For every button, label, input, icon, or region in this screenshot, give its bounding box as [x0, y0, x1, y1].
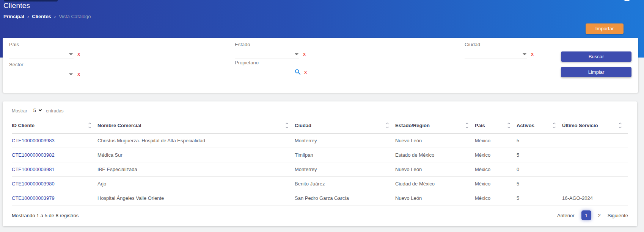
cell-nombre-comercial: Médica Sur — [97, 148, 295, 162]
cell-nombre-comercial: IBE Especializada — [97, 162, 295, 176]
client-id-link[interactable]: CTE100000003980 — [12, 176, 97, 191]
cell-estado-region: Nuevo León — [395, 191, 475, 205]
pagination-page-2[interactable]: 2 — [598, 213, 601, 218]
column-header-activos[interactable]: Activos — [517, 118, 562, 133]
estado-select[interactable] — [235, 49, 299, 59]
column-header-ultimo-servicio[interactable]: Último Servicio — [562, 118, 628, 133]
cell-nombre-comercial: Arjo — [97, 176, 295, 191]
sector-clear-button[interactable]: x — [77, 72, 80, 77]
cell-estado-region: Ciudad de México — [395, 176, 475, 191]
client-id-link[interactable]: CTE100000003979 — [12, 191, 97, 205]
ciudad-label: Ciudad — [465, 42, 527, 48]
propietario-filter: Propietario x — [235, 60, 292, 77]
sort-icon[interactable] — [508, 123, 510, 128]
sort-icon[interactable] — [286, 123, 288, 128]
cell-estado-region: Nuevo León — [395, 133, 475, 148]
entradas-label: entradas — [46, 108, 64, 114]
pagination-prev[interactable]: Anterior — [557, 213, 575, 218]
mostrar-label: Mostrar — [12, 108, 27, 114]
propietario-clear-button[interactable]: x — [304, 70, 307, 75]
cell-estado-region: Estado de México — [395, 148, 475, 162]
cell-activos: 5 — [517, 133, 562, 148]
client-id-link[interactable]: CTE100000003982 — [12, 148, 97, 162]
estado-label: Estado — [235, 42, 299, 48]
client-id-link[interactable]: CTE100000003981 — [12, 162, 97, 176]
column-label: Último Servicio — [562, 123, 598, 128]
filter-panel: País x Sector x Estado x Propietario — [3, 38, 638, 93]
cell-estado-region: Nuevo León — [395, 162, 475, 176]
entries-count-value: 5 — [33, 107, 36, 113]
table-row: CTE100000003981 IBE Especializada Monter… — [12, 162, 628, 176]
cell-ciudad: Monterrey — [295, 133, 395, 148]
cell-ultimo-servicio — [562, 148, 628, 162]
table-row: CTE100000003983 Christus Muguerza. Hospi… — [12, 133, 628, 148]
column-header-pais[interactable]: País — [475, 118, 517, 133]
pais-clear-button[interactable]: x — [77, 51, 80, 57]
pagination-next[interactable]: Siguiente — [608, 213, 628, 218]
limpiar-button[interactable]: Limpiar — [561, 67, 631, 77]
column-header-ciudad[interactable]: Ciudad — [295, 118, 395, 133]
pagination: Anterior 1 2 Siguiente — [557, 210, 628, 220]
estado-clear-button[interactable]: x — [303, 51, 306, 57]
cell-pais: México — [475, 162, 517, 176]
column-label: Nombre Comercial — [97, 123, 141, 128]
buscar-button[interactable]: Buscar — [561, 51, 631, 62]
cell-ciudad: Timilpan — [295, 148, 395, 162]
sort-icon[interactable] — [553, 123, 555, 128]
entries-selector-row: Mostrar 5 entradas — [12, 107, 64, 114]
cell-activos: 5 — [517, 148, 562, 162]
breadcrumb-item-vista-catalogo: Vista Catálogo — [59, 14, 91, 19]
sector-label: Sector — [9, 62, 74, 68]
sector-select[interactable] — [9, 69, 74, 79]
cell-activos: 5 — [517, 191, 562, 205]
column-header-estado-region[interactable]: Estado/Región — [395, 118, 475, 133]
entries-count-select[interactable]: 5 — [30, 107, 43, 114]
chevron-down-icon — [39, 108, 42, 111]
chevron-down-icon[interactable] — [69, 73, 73, 75]
page-title: Clientes — [3, 2, 30, 10]
chevron-down-icon[interactable] — [523, 53, 526, 55]
cell-ciudad: Monterrey — [295, 162, 395, 176]
column-header-id-cliente[interactable]: ID Cliente — [12, 118, 97, 133]
clients-table-panel: Mostrar 5 entradas ID Cliente Nombre Com… — [3, 101, 637, 226]
column-label: Activos — [517, 123, 534, 128]
sort-icon[interactable] — [619, 123, 621, 128]
cell-ultimo-servicio — [562, 162, 628, 176]
column-header-nombre-comercial[interactable]: Nombre Comercial — [97, 118, 295, 133]
client-id-link[interactable]: CTE100000003983 — [12, 133, 97, 148]
cell-nombre-comercial: Christus Muguerza. Hospital de Alta Espe… — [97, 133, 295, 148]
cell-nombre-comercial: Hospital Ángeles Valle Oriente — [97, 191, 295, 205]
cell-pais: México — [475, 133, 517, 148]
avatar[interactable] — [621, 0, 633, 1]
cell-ultimo-servicio: 16-AGO-2024 — [562, 191, 628, 205]
column-label: Estado/Región — [395, 123, 430, 128]
pais-label: País — [9, 42, 74, 48]
ciudad-filter: Ciudad x — [465, 42, 527, 59]
cell-pais: México — [475, 148, 517, 162]
sort-icon[interactable] — [386, 123, 388, 128]
table-row: CTE100000003980 Arjo Benito Juárez Ciuda… — [12, 176, 628, 191]
search-icon[interactable] — [295, 69, 301, 76]
table-header-row: ID Cliente Nombre Comercial Ciudad Estad… — [12, 118, 628, 133]
import-button[interactable]: Importar — [586, 23, 624, 34]
chevron-down-icon[interactable] — [69, 53, 73, 55]
sort-icon[interactable] — [466, 123, 468, 128]
estado-filter: Estado x — [235, 42, 299, 59]
breadcrumb-item-clientes[interactable]: Clientes — [32, 14, 51, 19]
ciudad-select[interactable] — [465, 49, 527, 59]
ciudad-clear-button[interactable]: x — [531, 51, 534, 57]
pais-select[interactable] — [9, 49, 74, 59]
sector-filter: Sector x — [9, 62, 74, 79]
column-label: Ciudad — [295, 123, 311, 128]
cell-ciudad: Benito Juárez — [295, 176, 395, 191]
sort-icon[interactable] — [89, 123, 91, 128]
chevron-down-icon[interactable] — [295, 53, 298, 55]
cell-ultimo-servicio — [562, 133, 628, 148]
propietario-input[interactable] — [235, 67, 292, 77]
cell-pais: México — [475, 176, 517, 191]
breadcrumb-item-principal[interactable]: Principal — [3, 14, 24, 19]
cell-activos: 0 — [517, 162, 562, 176]
cell-activos: 5 — [517, 176, 562, 191]
pagination-page-1-active[interactable]: 1 — [581, 210, 591, 220]
records-summary: Mostrando 1 a 5 de 8 registros — [12, 213, 79, 218]
